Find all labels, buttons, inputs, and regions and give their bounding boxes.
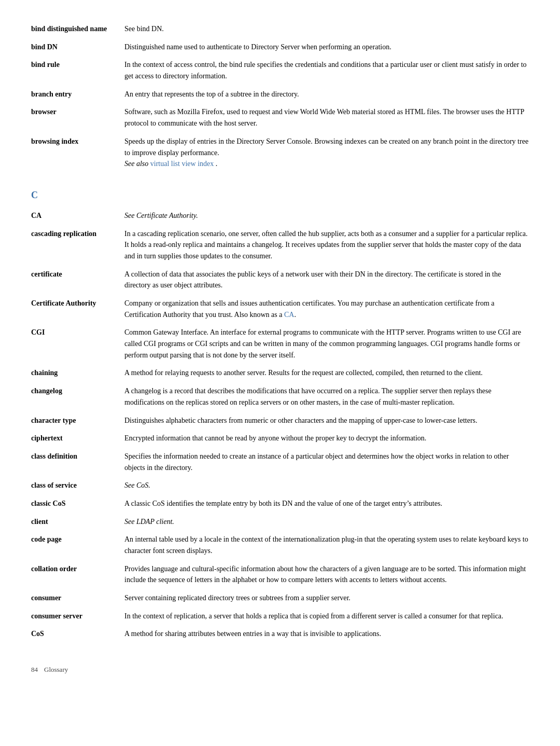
table-row: bind ruleIn the context of access contro…	[31, 57, 529, 86]
term-cell: class of service	[31, 477, 124, 495]
term-cell: bind rule	[31, 57, 124, 86]
glossary-section-b: bind distinguished nameSee bind DN.bind …	[31, 21, 529, 174]
definition-cell: See bind DN.	[124, 21, 529, 39]
term-cell: bind distinguished name	[31, 21, 124, 39]
table-row: bind DNDistinguished name used to authen…	[31, 39, 529, 57]
table-row: class definitionSpecifies the informatio…	[31, 448, 529, 477]
glossary-section-c: CASee Certificate Authority.cascading re…	[31, 208, 529, 644]
definition-cell: Distinguishes alphabetic characters from…	[124, 412, 529, 431]
definition-cell: In a cascading replication scenario, one…	[124, 226, 529, 266]
term-cell: chaining	[31, 365, 124, 383]
term-cell: certificate	[31, 266, 124, 295]
term-cell: bind DN	[31, 39, 124, 57]
table-row: class of serviceSee CoS.	[31, 477, 529, 495]
footer-label: Glossary	[44, 665, 68, 675]
table-row: browsing indexSpeeds up the display of e…	[31, 133, 529, 174]
table-row: browserSoftware, such as Mozilla Firefox…	[31, 104, 529, 133]
definition-cell: Common Gateway Interface. An interface f…	[124, 324, 529, 365]
term-cell: code page	[31, 531, 124, 560]
term-cell: CGI	[31, 324, 124, 365]
table-row: collation orderProvides language and cul…	[31, 561, 529, 590]
term-cell: browser	[31, 104, 124, 133]
term-cell: collation order	[31, 561, 124, 590]
table-row: certificateA collection of data that ass…	[31, 266, 529, 295]
definition-cell: Software, such as Mozilla Firefox, used …	[124, 104, 529, 133]
definition-cell: Distinguished name used to authenticate …	[124, 39, 529, 57]
section-c-heading: C	[31, 188, 529, 202]
definition-cell: A method for relaying requests to anothe…	[124, 365, 529, 383]
page-number: 84	[31, 665, 38, 675]
page-footer: 84 Glossary	[31, 665, 529, 675]
definition-cell: Provides language and cultural-specific …	[124, 561, 529, 590]
term-cell: classic CoS	[31, 495, 124, 514]
definition-cell: Company or organization that sells and i…	[124, 295, 529, 324]
term-cell: client	[31, 514, 124, 532]
definition-cell: See Certificate Authority.	[124, 208, 529, 226]
table-row: CGICommon Gateway Interface. An interfac…	[31, 324, 529, 365]
definition-cell: Speeds up the display of entries in the …	[124, 133, 529, 174]
term-cell: Certificate Authority	[31, 295, 124, 324]
term-cell: consumer server	[31, 608, 124, 626]
term-cell: class definition	[31, 448, 124, 477]
term-cell: changelog	[31, 383, 124, 412]
see-also-text: See also virtual list view index .	[124, 160, 217, 168]
table-row: CASee Certificate Authority.	[31, 208, 529, 226]
table-row: CoSA method for sharing attributes betwe…	[31, 626, 529, 644]
term-cell: cascading replication	[31, 226, 124, 266]
table-row: Certificate AuthorityCompany or organiza…	[31, 295, 529, 324]
definition-cell: In the context of replication, a server …	[124, 608, 529, 626]
table-row: bind distinguished nameSee bind DN.	[31, 21, 529, 39]
term-cell: CA	[31, 208, 124, 226]
definition-cell: A classic CoS identifies the template en…	[124, 495, 529, 514]
term-cell: browsing index	[31, 133, 124, 174]
term-cell: consumer	[31, 590, 124, 608]
table-row: code pageAn internal table used by a loc…	[31, 531, 529, 560]
definition-cell: An internal table used by a locale in th…	[124, 531, 529, 560]
definition-cell: Encrypted information that cannot be rea…	[124, 430, 529, 448]
definition-cell: An entry that represents the top of a su…	[124, 86, 529, 104]
table-row: consumer serverIn the context of replica…	[31, 608, 529, 626]
table-row: clientSee LDAP client.	[31, 514, 529, 532]
table-row: consumerServer containing replicated dir…	[31, 590, 529, 608]
definition-cell: A collection of data that associates the…	[124, 266, 529, 295]
table-row: cascading replicationIn a cascading repl…	[31, 226, 529, 266]
definition-cell: See LDAP client.	[124, 514, 529, 532]
term-cell: ciphertext	[31, 430, 124, 448]
table-row: chainingA method for relaying requests t…	[31, 365, 529, 383]
table-row: changelogA changelog is a record that de…	[31, 383, 529, 412]
vlv-index-link[interactable]: virtual list view index	[150, 160, 214, 168]
table-row: classic CoSA classic CoS identifies the …	[31, 495, 529, 514]
definition-cell: Specifies the information needed to crea…	[124, 448, 529, 477]
term-cell: CoS	[31, 626, 124, 644]
table-row: character typeDistinguishes alphabetic c…	[31, 412, 529, 431]
table-row: ciphertextEncrypted information that can…	[31, 430, 529, 448]
definition-cell: A method for sharing attributes between …	[124, 626, 529, 644]
definition-cell: See CoS.	[124, 477, 529, 495]
ca-link[interactable]: CA	[284, 311, 294, 319]
term-cell: character type	[31, 412, 124, 431]
table-row: branch entryAn entry that represents the…	[31, 86, 529, 104]
definition-cell: Server containing replicated directory t…	[124, 590, 529, 608]
definition-cell: In the context of access control, the bi…	[124, 57, 529, 86]
term-cell: branch entry	[31, 86, 124, 104]
definition-cell: A changelog is a record that describes t…	[124, 383, 529, 412]
